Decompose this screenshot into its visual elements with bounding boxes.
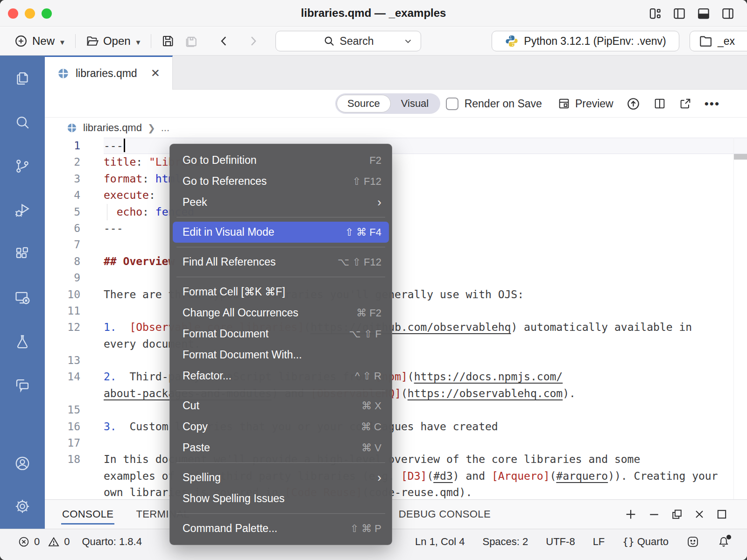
editor-line: 4execute: — [45, 187, 747, 203]
tab-libraries-qmd[interactable]: libraries.qmd ✕ — [45, 56, 173, 90]
menu-item-show-spelling-issues[interactable]: Show Spelling Issues — [173, 488, 389, 509]
chevron-down-icon: ▼ — [135, 38, 142, 46]
interpreter-selector[interactable]: Python 3.12.1 (PipEnv: .venv) — [492, 31, 679, 51]
encoding-setting[interactable]: UTF-8 — [546, 536, 575, 548]
text-cursor — [124, 139, 125, 152]
editor-context-menu: Go to DefinitionF2Go to References⇧ F12P… — [169, 144, 392, 545]
navigate-forward-button[interactable] — [242, 34, 264, 48]
menu-item-format-document[interactable]: Format Document⌥ ⇧ F — [173, 323, 389, 344]
menu-item-find-all-references[interactable]: Find All References⌥ ⇧ F12 — [173, 252, 389, 273]
account-icon[interactable] — [13, 454, 32, 473]
editor-line: 6--- — [45, 220, 747, 237]
panel-tab-console[interactable]: CONSOLE — [62, 508, 113, 520]
source-visual-toggle: Source Visual — [335, 93, 440, 114]
menu-item-command-palette[interactable]: Command Palette...⇧ ⌘ P — [173, 518, 389, 539]
save-all-button[interactable] — [179, 34, 203, 49]
layout-picker-icon[interactable] — [648, 7, 662, 21]
visual-mode-button[interactable]: Visual — [391, 95, 439, 112]
testing-icon[interactable] — [13, 332, 32, 351]
editor-line: 5 echo: fenced — [45, 204, 747, 220]
menu-item-cut[interactable]: Cut⌘ X — [173, 395, 389, 416]
folder-icon — [698, 34, 712, 48]
quarto-file-icon — [57, 67, 70, 80]
chevron-down-icon[interactable] — [403, 36, 413, 46]
panel-restore-icon[interactable] — [670, 508, 684, 521]
breadcrumb-more[interactable]: ... — [161, 122, 169, 134]
open-in-new-window-icon[interactable] — [679, 97, 692, 110]
panel-tab-debug-console[interactable]: DEBUG CONSOLE — [399, 508, 491, 520]
menu-item-paste[interactable]: Paste⌘ V — [173, 437, 389, 458]
split-editor-icon[interactable] — [653, 97, 666, 110]
run-debug-icon[interactable] — [13, 200, 32, 220]
python-icon — [505, 34, 519, 48]
panel-add-icon[interactable] — [624, 507, 638, 521]
comments-icon[interactable] — [13, 376, 32, 395]
panel-minimize-icon[interactable] — [647, 507, 661, 521]
extensions-icon[interactable] — [13, 244, 32, 264]
settings-icon[interactable] — [13, 497, 32, 516]
more-actions-icon[interactable]: ••• — [705, 97, 720, 111]
source-control-icon[interactable] — [13, 156, 32, 176]
line-number: 3 — [45, 171, 104, 187]
menu-item-go-to-definition[interactable]: Go to DefinitionF2 — [173, 150, 389, 171]
indentation-setting[interactable]: Spaces: 2 — [482, 536, 528, 548]
line-number: 14 — [45, 369, 104, 385]
menu-item-go-to-references[interactable]: Go to References⇧ F12 — [173, 171, 389, 192]
preview-button[interactable]: Preview — [557, 97, 613, 110]
panel-close-icon[interactable] — [693, 508, 706, 521]
problems-indicator[interactable]: 0 0 — [18, 536, 70, 548]
menu-item-spelling[interactable]: Spelling› — [173, 467, 389, 488]
line-number: 11 — [45, 303, 104, 319]
explorer-icon[interactable] — [13, 69, 32, 88]
language-mode[interactable]: {} Quarto — [622, 536, 669, 548]
toggle-primary-sidebar-icon[interactable] — [672, 7, 686, 21]
feedback-smiley-icon[interactable] — [686, 535, 699, 548]
activity-bar — [0, 56, 45, 529]
render-on-save-checkbox[interactable] — [446, 98, 458, 110]
quarto-version[interactable]: Quarto: 1.8.4 — [82, 536, 142, 548]
line-number: 7 — [45, 237, 104, 253]
search-input[interactable]: Search — [275, 31, 421, 51]
panel-maximize-icon[interactable] — [715, 508, 728, 521]
close-window-button[interactable] — [8, 8, 18, 19]
menu-item-copy[interactable]: Copy⌘ C — [173, 416, 389, 437]
eol-setting[interactable]: LF — [593, 536, 605, 548]
breadcrumb: libraries.qmd ❯ ... — [45, 118, 747, 138]
new-button[interactable]: New▼ — [10, 31, 70, 51]
toggle-secondary-sidebar-icon[interactable] — [721, 7, 735, 21]
breadcrumb-file[interactable]: libraries.qmd — [83, 122, 142, 134]
close-tab-icon[interactable]: ✕ — [151, 67, 160, 80]
editor-line: 18In this document we'll provide a high-… — [45, 451, 747, 499]
navigate-back-button[interactable] — [213, 34, 235, 48]
editor-line: 163. Custom libraries that you or your c… — [45, 419, 747, 435]
code-editor[interactable]: 1---2title: "Libraries"3format: html4exe… — [45, 138, 747, 499]
menu-separator — [176, 391, 385, 391]
save-button[interactable] — [157, 34, 179, 48]
preview-icon — [557, 97, 571, 110]
open-button[interactable]: Open▼ — [81, 31, 146, 51]
window-title: libraries.qmd — _examples — [0, 7, 747, 20]
top-toolbar: New▼ Open▼ Search — [0, 27, 747, 56]
zoom-window-button[interactable] — [42, 8, 52, 19]
menu-item-peek[interactable]: Peek› — [173, 192, 389, 213]
error-icon — [18, 536, 30, 548]
minimize-window-button[interactable] — [25, 8, 35, 19]
line-number: 10 — [45, 287, 104, 303]
editor-line: 142. Third-party JavaScript libraries fr… — [45, 369, 747, 402]
menu-item-format-document-with[interactable]: Format Document With... — [173, 344, 389, 365]
search-icon[interactable] — [13, 112, 32, 132]
remote-explorer-icon[interactable] — [13, 288, 32, 308]
notifications-bell-icon[interactable] — [717, 535, 730, 548]
menu-item-edit-in-visual-mode[interactable]: Edit in Visual Mode⇧ ⌘ F4 — [173, 222, 389, 243]
editor-line: 1--- — [45, 138, 747, 154]
menu-item-change-all-occurrences[interactable]: Change All Occurrences⌘ F2 — [173, 302, 389, 323]
menu-item-format-cell-k-f[interactable]: Format Cell [⌘K ⌘F] — [173, 281, 389, 302]
render-icon[interactable] — [626, 97, 641, 111]
menu-item-refactor[interactable]: Refactor...^ ⇧ R — [173, 365, 389, 386]
source-mode-button[interactable]: Source — [337, 95, 391, 112]
cursor-position[interactable]: Ln 1, Col 4 — [415, 536, 465, 548]
editor-line: 17 — [45, 435, 747, 451]
app-window: libraries.qmd — _examples New▼ Open▼ — [0, 0, 747, 560]
workspace-folder-button[interactable]: _ex — [690, 31, 747, 51]
toggle-panel-icon[interactable] — [697, 7, 711, 21]
